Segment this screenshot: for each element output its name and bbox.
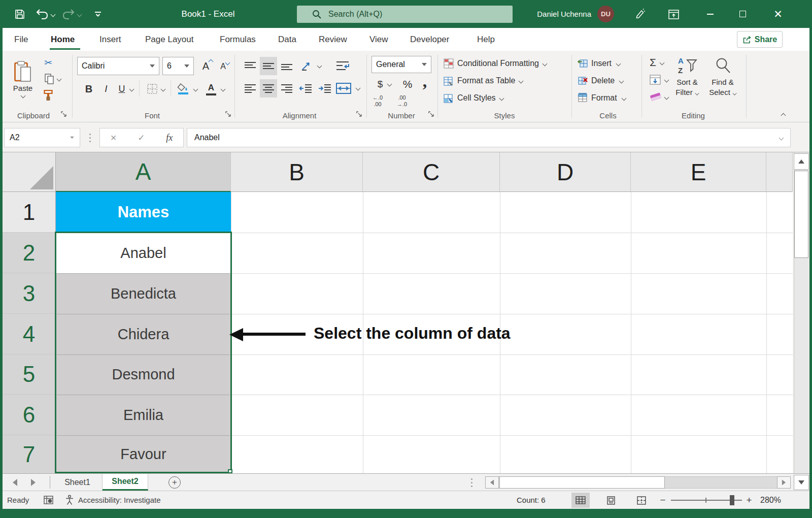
column-header-d[interactable]: D (500, 152, 631, 192)
formula-bar-expand-icon[interactable] (779, 135, 784, 140)
format-as-table-button[interactable]: Format as Table (444, 73, 523, 88)
fill-button[interactable] (650, 72, 668, 87)
fill-color-button[interactable] (176, 79, 191, 99)
font-dialog-launcher[interactable] (225, 110, 231, 119)
orientation-dropdown-icon[interactable] (317, 63, 322, 69)
decrease-indent-button[interactable] (297, 79, 314, 98)
page-break-view-button[interactable] (632, 493, 651, 508)
row-header-3[interactable]: 3 (3, 273, 56, 314)
sheet-tab-sheet1[interactable]: Sheet1 (53, 474, 103, 491)
tab-insert[interactable]: Insert (99, 28, 121, 51)
cell-a4[interactable]: Chidera (57, 314, 230, 354)
tab-developer[interactable]: Developer (410, 28, 450, 51)
font-color-dropdown-icon[interactable] (221, 87, 226, 92)
increase-font-button[interactable]: A (199, 57, 216, 75)
find-select-button[interactable] (709, 55, 736, 76)
name-box[interactable]: A2 (4, 128, 80, 147)
undo-button[interactable] (36, 7, 55, 21)
column-header-a[interactable]: A (56, 152, 231, 192)
enter-button[interactable]: ✓ (138, 133, 145, 143)
scroll-up-button[interactable] (794, 153, 809, 170)
cancel-button[interactable]: × (111, 132, 117, 144)
tab-help[interactable]: Help (477, 28, 495, 51)
tab-file[interactable]: File (14, 28, 28, 51)
italic-button[interactable]: I (100, 80, 112, 98)
autosum-button[interactable]: Σ (650, 55, 664, 70)
account-name[interactable]: Daniel Uchenna (523, 0, 591, 28)
cell-a2[interactable]: Anabel (57, 233, 230, 273)
normal-view-button[interactable] (571, 493, 590, 508)
close-button[interactable]: ✕ (766, 0, 790, 28)
redo-button[interactable] (62, 7, 81, 21)
merge-dropdown-icon[interactable] (356, 86, 361, 91)
cell-a1[interactable]: Names (56, 192, 231, 233)
underline-button[interactable]: U (116, 80, 128, 98)
clipboard-dialog-launcher[interactable] (61, 110, 67, 119)
insert-cells-button[interactable]: Insert (578, 56, 620, 71)
zoom-in-button[interactable]: + (743, 491, 755, 509)
increase-decimal-button[interactable]: ←.0.00 (373, 94, 383, 108)
tab-review[interactable]: Review (319, 28, 347, 51)
vertical-scrollbar-thumb[interactable] (794, 171, 808, 258)
orientation-button[interactable] (298, 57, 315, 75)
column-header-c[interactable]: C (363, 152, 500, 192)
formula-bar-resize-handle[interactable] (89, 133, 91, 143)
fill-handle[interactable] (228, 469, 232, 473)
cell-styles-button[interactable]: Cell Styles (444, 90, 503, 106)
search-box[interactable]: Search (Alt+Q) (297, 6, 513, 23)
select-all-button[interactable] (3, 152, 56, 192)
zoom-out-button[interactable]: − (657, 491, 669, 509)
copy-button[interactable] (41, 72, 65, 85)
minimize-button[interactable] (698, 0, 722, 28)
page-layout-view-button[interactable] (602, 493, 620, 508)
row-header-6[interactable]: 6 (3, 395, 56, 435)
accessibility-status[interactable]: Accessibility: Investigate (65, 491, 161, 509)
paste-button[interactable]: Paste (8, 55, 38, 104)
coming-soon-button[interactable] (632, 7, 648, 21)
sort-filter-button[interactable]: AZ (673, 55, 701, 76)
scroll-left-button[interactable] (485, 476, 499, 489)
cut-button[interactable]: ✂ (41, 56, 56, 69)
horizontal-scrollbar-thumb[interactable] (499, 476, 665, 489)
row-header-2[interactable]: 2 (3, 233, 56, 273)
cell-a5[interactable]: Desmond (57, 354, 230, 395)
cell-a7[interactable]: Favour (57, 435, 230, 473)
zoom-level[interactable]: 280% (760, 491, 781, 509)
format-cells-button[interactable]: Format (578, 90, 626, 106)
sheet-nav-next-button[interactable] (25, 474, 41, 491)
formula-input[interactable]: Anabel (187, 128, 791, 147)
sort-filter-label[interactable]: Sort & Filter (668, 77, 706, 98)
column-header-partial[interactable] (766, 152, 793, 192)
collapse-ribbon-icon[interactable] (781, 113, 786, 118)
row-header-5[interactable]: 5 (3, 354, 56, 395)
accounting-dropdown-icon[interactable] (387, 82, 392, 87)
middle-align-button[interactable] (260, 57, 277, 75)
column-header-e[interactable]: E (631, 152, 766, 192)
sheet-tab-sheet2[interactable]: Sheet2 (103, 474, 148, 491)
number-dialog-launcher[interactable] (428, 110, 434, 119)
merge-center-button[interactable] (334, 79, 353, 98)
macro-record-button[interactable] (41, 491, 56, 509)
insert-function-button[interactable]: fx (166, 133, 173, 143)
font-size-combo[interactable]: 6 (162, 57, 194, 75)
decrease-decimal-button[interactable]: .00→.0 (397, 94, 407, 108)
font-color-button[interactable]: A (204, 79, 218, 99)
status-count[interactable]: Count: 6 (517, 491, 546, 509)
save-button[interactable] (12, 7, 27, 21)
tab-home[interactable]: Home (51, 28, 75, 51)
cell-a6[interactable]: Emilia (57, 395, 230, 435)
fill-color-dropdown-icon[interactable] (193, 87, 198, 92)
percent-style-button[interactable]: % (400, 76, 415, 92)
sheet-nav-prev-button[interactable] (7, 474, 22, 491)
row-header-1[interactable]: 1 (3, 192, 56, 233)
tab-view[interactable]: View (369, 28, 388, 51)
customize-quick-access-button[interactable] (92, 9, 104, 19)
format-painter-button[interactable] (41, 88, 56, 102)
tab-formulas[interactable]: Formulas (220, 28, 256, 51)
alignment-dialog-launcher[interactable] (356, 110, 362, 119)
share-button[interactable]: Share (737, 31, 783, 48)
new-sheet-button[interactable]: + (168, 476, 181, 489)
avatar[interactable]: DU (597, 6, 614, 22)
borders-button[interactable] (145, 80, 159, 98)
comma-style-button[interactable]: , (419, 72, 430, 90)
